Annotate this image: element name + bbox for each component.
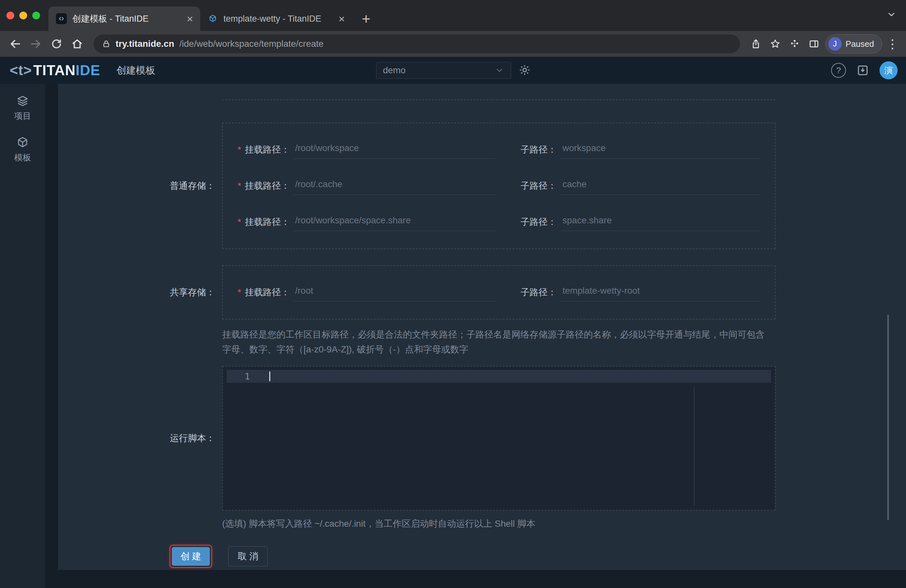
- shared-storage-section: 共享存储： * 挂载路径： /root 子路径： template-wetty-…: [58, 265, 906, 319]
- mount-path-input[interactable]: /root/workspace: [293, 141, 496, 159]
- titanide-logo: <t>TITANIDE: [10, 62, 100, 78]
- mount-path-input[interactable]: /root/workspace/space.share: [293, 214, 496, 231]
- reload-icon[interactable]: [48, 35, 65, 53]
- back-icon[interactable]: [6, 35, 24, 53]
- settings-gear-icon[interactable]: [518, 64, 531, 76]
- sub-path-input[interactable]: space.share: [560, 214, 760, 231]
- storage-row: * 挂载路径： /root 子路径： template-wetty-root: [223, 274, 775, 311]
- chevron-down-icon: [494, 65, 504, 75]
- bookmark-star-icon[interactable]: [767, 36, 783, 52]
- required-mark: *: [238, 217, 245, 227]
- logo-bracket: <t>: [10, 62, 32, 78]
- new-tab-button[interactable]: +: [356, 8, 376, 29]
- section-label: 运行脚本：: [58, 432, 222, 445]
- app-sidebar: 项目 模板: [0, 84, 45, 588]
- previous-group-partial-border: [222, 99, 775, 100]
- url-path: /ide/web/workspace/template/create: [180, 39, 324, 49]
- sub-path-label: 子路径：: [520, 180, 560, 192]
- tab-title: 创建模板 - TitanIDE: [72, 13, 182, 24]
- browser-profile-chip[interactable]: J Paused: [825, 34, 882, 54]
- run-script-section: 运行脚本： 1: [58, 366, 906, 510]
- home-icon[interactable]: [69, 35, 86, 53]
- required-mark: *: [238, 145, 245, 155]
- workspace-select[interactable]: demo: [376, 62, 511, 79]
- logo-ide: IDE: [75, 62, 100, 78]
- user-avatar[interactable]: 演: [879, 61, 898, 80]
- mount-path-input[interactable]: /root: [293, 284, 496, 301]
- editor-caret: [269, 371, 270, 381]
- sidebar-item-templates[interactable]: 模板: [0, 134, 45, 166]
- lock-icon: [102, 40, 110, 48]
- url-bar[interactable]: try.titanide.cn/ide/web/workspace/templa…: [94, 35, 740, 53]
- page-title: 创建模板: [116, 64, 155, 77]
- path-help-text: 挂载路径是您的工作区目标路径，必须是合法的文件夹路径；子路径名是网络存储源子路径…: [222, 327, 769, 357]
- section-label: 共享存储：: [58, 286, 222, 298]
- workspace-select-value: demo: [383, 65, 405, 75]
- sub-path-input[interactable]: cache: [560, 177, 760, 195]
- sidebar-item-projects[interactable]: 项目: [0, 92, 45, 124]
- mount-path-label: 挂载路径：: [245, 180, 293, 192]
- plugin-manager-icon[interactable]: [856, 64, 869, 77]
- script-code-editor[interactable]: 1: [222, 366, 775, 510]
- mount-path-label: 挂载路径：: [245, 286, 293, 298]
- sub-path-label: 子路径：: [520, 286, 560, 298]
- app-header: <t>TITANIDE 创建模板 demo ? 演: [0, 57, 906, 84]
- section-label: 普通存储：: [58, 180, 222, 192]
- storage-row: * 挂载路径： /root/workspace/space.share 子路径：…: [223, 204, 775, 240]
- mount-path-label: 挂载路径：: [245, 143, 293, 156]
- page-scrollbar-thumb[interactable]: [887, 315, 889, 520]
- browser-tab-strip: 创建模板 - TitanIDE × template-wetty - Titan…: [0, 0, 906, 31]
- tab-search-chevron-icon[interactable]: [887, 10, 896, 19]
- cube-favicon: [207, 13, 218, 24]
- required-mark: *: [238, 287, 245, 298]
- normal-storage-group: * 挂载路径： /root/workspace 子路径： workspace *…: [222, 123, 775, 249]
- create-button-highlight: 创 建: [169, 545, 212, 568]
- help-icon[interactable]: ?: [831, 63, 846, 78]
- forward-icon: [27, 35, 45, 53]
- create-template-form: 普通存储： * 挂载路径： /root/workspace 子路径： works…: [58, 84, 906, 570]
- profile-status: Paused: [845, 39, 874, 49]
- extensions-puzzle-icon[interactable]: [786, 36, 803, 52]
- content-area: 普通存储： * 挂载路径： /root/workspace 子路径： works…: [45, 84, 906, 588]
- share-icon[interactable]: [748, 36, 764, 52]
- browser-toolbar: try.titanide.cn/ide/web/workspace/templa…: [0, 31, 906, 57]
- shared-storage-group: * 挂载路径： /root 子路径： template-wetty-root: [222, 265, 775, 319]
- form-actions: 创 建 取 消: [169, 545, 906, 568]
- mount-path-input[interactable]: /root/.cache: [293, 177, 496, 195]
- titanide-favicon: [56, 13, 67, 24]
- browser-tab-inactive[interactable]: template-wetty - TitanIDE ×: [200, 6, 352, 31]
- storage-row: * 挂载路径： /root/.cache 子路径： cache: [223, 168, 775, 204]
- cancel-button[interactable]: 取 消: [228, 547, 268, 566]
- normal-storage-section: 普通存储： * 挂载路径： /root/workspace 子路径： works…: [58, 123, 906, 249]
- sub-path-input[interactable]: template-wetty-root: [560, 284, 760, 301]
- header-right-actions: ? 演: [831, 57, 898, 84]
- tab-close-icon[interactable]: ×: [187, 13, 193, 24]
- sub-path-label: 子路径：: [520, 143, 560, 156]
- editor-line-number: 1: [226, 371, 258, 381]
- cube-icon: [16, 137, 29, 149]
- side-panel-icon[interactable]: [806, 36, 822, 52]
- url-domain: try.titanide.cn: [116, 39, 174, 49]
- profile-avatar: J: [828, 37, 842, 51]
- create-button[interactable]: 创 建: [172, 547, 210, 566]
- editor-ruler: [694, 387, 694, 505]
- tab-title: template-wetty - TitanIDE: [223, 14, 333, 24]
- storage-row: * 挂载路径： /root/workspace 子路径： workspace: [223, 132, 775, 168]
- required-mark: *: [238, 181, 245, 191]
- window-close-button[interactable]: [6, 12, 14, 19]
- screen: 创建模板 - TitanIDE × template-wetty - Titan…: [0, 0, 906, 588]
- sidebar-item-label: 项目: [14, 110, 31, 122]
- window-minimize-button[interactable]: [19, 12, 27, 19]
- browser-tab-active[interactable]: 创建模板 - TitanIDE ×: [48, 6, 200, 31]
- browser-menu-icon[interactable]: ⋮: [885, 37, 900, 51]
- layers-icon: [16, 95, 29, 107]
- sidebar-item-label: 模板: [14, 152, 31, 163]
- tab-close-icon[interactable]: ×: [338, 13, 345, 24]
- sub-path-input[interactable]: workspace: [560, 141, 760, 159]
- script-help-text: (选填) 脚本将写入路径 ~/.cache/.init，当工作区启动时自动运行以…: [222, 518, 906, 530]
- window-zoom-button[interactable]: [32, 12, 40, 19]
- window-controls: [0, 0, 48, 31]
- sub-path-label: 子路径：: [520, 216, 560, 228]
- logo-titan: TITAN: [33, 62, 75, 78]
- mount-path-label: 挂载路径：: [245, 216, 293, 228]
